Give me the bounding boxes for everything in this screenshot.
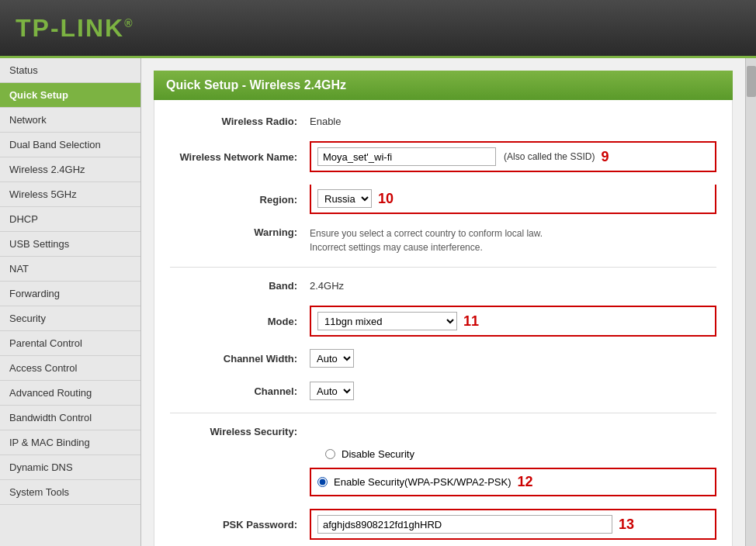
enable-security-box: Enable Security(WPA-PSK/WPA2-PSK) 12 <box>310 468 716 496</box>
channel-row: Channel: Auto <box>170 378 716 403</box>
sidebar-item-dynamic-dns[interactable]: Dynamic DNS <box>0 455 140 480</box>
wireless-network-name-label: Wireless Network Name: <box>179 151 297 163</box>
wireless-radio-label: Wireless Radio: <box>170 116 310 127</box>
wireless-security-row: Wireless Security: <box>170 423 716 441</box>
channel-width-row: Channel Width: Auto <box>170 346 716 371</box>
sidebar-item-forwarding[interactable]: Forwarding <box>0 282 140 306</box>
sidebar-item-quick-setup[interactable]: Quick Setup <box>0 83 140 108</box>
logo: TP-LINK® <box>16 14 134 43</box>
sidebar-item-bandwidth-control[interactable]: Bandwidth Control <box>0 406 140 430</box>
disable-security-radio[interactable] <box>325 449 335 459</box>
enable-security-label[interactable]: Enable Security(WPA-PSK/WPA2-PSK) <box>317 476 512 488</box>
sidebar-item-wireless-24[interactable]: Wireless 2.4GHz <box>0 157 140 182</box>
warning-text: Ensure you select a correct country to c… <box>310 226 543 254</box>
warning-label: Warning: <box>170 226 310 238</box>
disable-security-label[interactable]: Disable Security <box>325 448 716 460</box>
band-value: 2.4GHz <box>310 280 344 292</box>
main-layout: Status Quick Setup Network Dual Band Sel… <box>0 58 756 546</box>
form-content: Wireless Radio: Enable Wireless Network … <box>154 100 733 546</box>
logo-text: TP-LINK <box>16 14 124 42</box>
sidebar-item-parental-control[interactable]: Parental Control <box>0 331 140 356</box>
region-select[interactable]: Russia <box>317 189 372 208</box>
sidebar-item-usb-settings[interactable]: USB Settings <box>0 232 140 257</box>
sidebar-item-dual-band[interactable]: Dual Band Selection <box>0 133 140 157</box>
annotation-11: 11 <box>463 313 479 330</box>
header: TP-LINK® <box>0 0 756 58</box>
content-area: Quick Setup - Wireless 2.4GHz Wireless R… <box>141 58 745 546</box>
mode-label: Mode: <box>268 316 297 327</box>
annotation-10: 10 <box>378 191 394 207</box>
page-header: Quick Setup - Wireless 2.4GHz <box>154 71 733 100</box>
wireless-radio-value: Enable <box>310 116 341 127</box>
region-label: Region: <box>260 194 297 206</box>
wireless-network-name-box: (Also called the SSID) 9 <box>310 141 716 172</box>
sidebar-item-status[interactable]: Status <box>0 58 140 83</box>
logo-registered: ® <box>124 17 134 29</box>
page-title: Quick Setup - Wireless 2.4GHz <box>166 78 346 92</box>
psk-password-box: 13 <box>310 509 716 540</box>
mode-box: 11bgn mixed 11 <box>310 306 716 337</box>
sidebar-item-ip-mac-binding[interactable]: IP & MAC Binding <box>0 430 140 455</box>
psk-password-input[interactable] <box>317 515 612 534</box>
wireless-radio-row: Wireless Radio: Enable <box>170 112 716 130</box>
wireless-security-label: Wireless Security: <box>170 426 310 437</box>
annotation-13: 13 <box>619 517 634 533</box>
channel-width-select[interactable]: Auto <box>310 349 354 368</box>
sidebar-item-access-control[interactable]: Access Control <box>0 356 140 381</box>
scrollbar-thumb[interactable] <box>747 66 756 97</box>
channel-select[interactable]: Auto <box>310 382 354 400</box>
sidebar-item-advanced-routing[interactable]: Advanced Routing <box>0 381 140 406</box>
divider-1 <box>170 267 716 268</box>
sidebar: Status Quick Setup Network Dual Band Sel… <box>0 58 141 546</box>
enable-security-radio[interactable] <box>317 477 328 487</box>
sidebar-item-security[interactable]: Security <box>0 306 140 331</box>
region-box: Russia 10 <box>310 185 716 214</box>
sidebar-item-network[interactable]: Network <box>0 108 140 133</box>
band-label: Band: <box>170 280 310 292</box>
sidebar-item-dhcp[interactable]: DHCP <box>0 207 140 232</box>
channel-label: Channel: <box>170 385 310 397</box>
ssid-note: (Also called the SSID) <box>504 151 595 162</box>
divider-2 <box>170 413 716 413</box>
band-row: Band: 2.4GHz <box>170 277 716 295</box>
mode-select[interactable]: 11bgn mixed <box>317 312 457 330</box>
annotation-9: 9 <box>601 149 609 165</box>
annotation-12: 12 <box>518 474 533 490</box>
sidebar-item-system-tools[interactable]: System Tools <box>0 480 140 505</box>
sidebar-item-wireless-5[interactable]: Wireless 5GHz <box>0 182 140 207</box>
scrollbar-track[interactable] <box>745 58 756 546</box>
channel-width-label: Channel Width: <box>170 353 310 365</box>
disable-security-row: Disable Security <box>325 448 716 460</box>
sidebar-item-nat[interactable]: NAT <box>0 257 140 282</box>
warning-row: Warning: Ensure you select a correct cou… <box>170 223 716 257</box>
psk-password-label: PSK Password: <box>223 519 297 530</box>
wireless-network-name-input[interactable] <box>317 147 496 166</box>
